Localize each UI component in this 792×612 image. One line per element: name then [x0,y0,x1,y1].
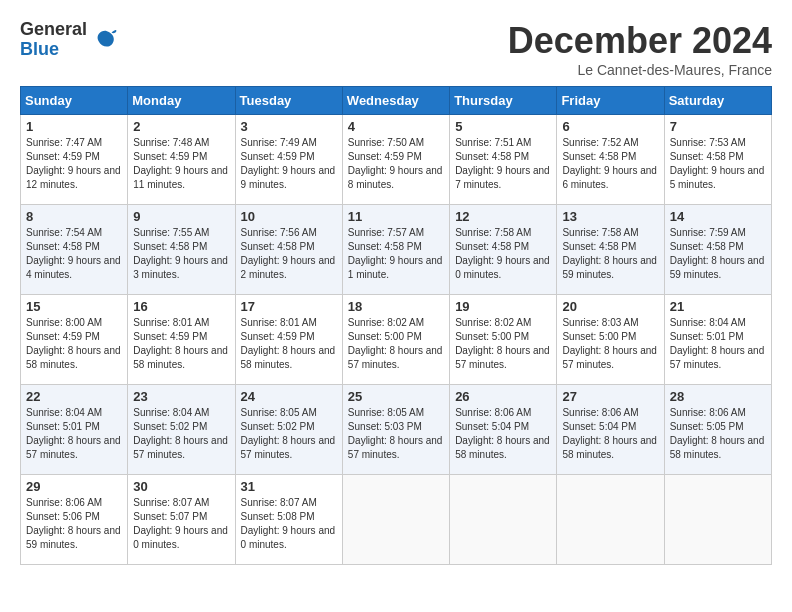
table-row: 10 Sunrise: 7:56 AM Sunset: 4:58 PM Dayl… [235,205,342,295]
table-row: 17 Sunrise: 8:01 AM Sunset: 4:59 PM Dayl… [235,295,342,385]
table-row: 11 Sunrise: 7:57 AM Sunset: 4:58 PM Dayl… [342,205,449,295]
day-info: Sunrise: 7:55 AM Sunset: 4:58 PM Dayligh… [133,226,229,282]
table-row [342,475,449,565]
table-row: 13 Sunrise: 7:58 AM Sunset: 4:58 PM Dayl… [557,205,664,295]
day-number: 22 [26,389,122,404]
day-number: 3 [241,119,337,134]
col-friday: Friday [557,87,664,115]
day-number: 29 [26,479,122,494]
day-info: Sunrise: 7:54 AM Sunset: 4:58 PM Dayligh… [26,226,122,282]
day-number: 17 [241,299,337,314]
day-number: 14 [670,209,766,224]
day-info: Sunrise: 7:58 AM Sunset: 4:58 PM Dayligh… [455,226,551,282]
logo-blue: Blue [20,40,87,60]
day-info: Sunrise: 8:07 AM Sunset: 5:07 PM Dayligh… [133,496,229,552]
table-row: 14 Sunrise: 7:59 AM Sunset: 4:58 PM Dayl… [664,205,771,295]
day-info: Sunrise: 8:06 AM Sunset: 5:04 PM Dayligh… [562,406,658,462]
day-info: Sunrise: 8:00 AM Sunset: 4:59 PM Dayligh… [26,316,122,372]
day-number: 12 [455,209,551,224]
day-number: 2 [133,119,229,134]
logo: General Blue [20,20,119,60]
table-row [664,475,771,565]
day-info: Sunrise: 8:02 AM Sunset: 5:00 PM Dayligh… [348,316,444,372]
table-row: 12 Sunrise: 7:58 AM Sunset: 4:58 PM Dayl… [450,205,557,295]
col-wednesday: Wednesday [342,87,449,115]
calendar-week-row: 1 Sunrise: 7:47 AM Sunset: 4:59 PM Dayli… [21,115,772,205]
table-row: 16 Sunrise: 8:01 AM Sunset: 4:59 PM Dayl… [128,295,235,385]
table-row [450,475,557,565]
table-row: 7 Sunrise: 7:53 AM Sunset: 4:58 PM Dayli… [664,115,771,205]
table-row [557,475,664,565]
day-info: Sunrise: 7:52 AM Sunset: 4:58 PM Dayligh… [562,136,658,192]
day-number: 9 [133,209,229,224]
col-saturday: Saturday [664,87,771,115]
calendar-header-row: Sunday Monday Tuesday Wednesday Thursday… [21,87,772,115]
day-info: Sunrise: 7:49 AM Sunset: 4:59 PM Dayligh… [241,136,337,192]
day-info: Sunrise: 8:04 AM Sunset: 5:02 PM Dayligh… [133,406,229,462]
day-number: 1 [26,119,122,134]
day-info: Sunrise: 8:06 AM Sunset: 5:06 PM Dayligh… [26,496,122,552]
day-number: 16 [133,299,229,314]
calendar-week-row: 29 Sunrise: 8:06 AM Sunset: 5:06 PM Dayl… [21,475,772,565]
table-row: 8 Sunrise: 7:54 AM Sunset: 4:58 PM Dayli… [21,205,128,295]
day-info: Sunrise: 8:06 AM Sunset: 5:04 PM Dayligh… [455,406,551,462]
day-number: 4 [348,119,444,134]
table-row: 2 Sunrise: 7:48 AM Sunset: 4:59 PM Dayli… [128,115,235,205]
table-row: 19 Sunrise: 8:02 AM Sunset: 5:00 PM Dayl… [450,295,557,385]
day-info: Sunrise: 7:56 AM Sunset: 4:58 PM Dayligh… [241,226,337,282]
day-number: 23 [133,389,229,404]
day-number: 15 [26,299,122,314]
day-number: 21 [670,299,766,314]
day-info: Sunrise: 8:05 AM Sunset: 5:03 PM Dayligh… [348,406,444,462]
calendar-table: Sunday Monday Tuesday Wednesday Thursday… [20,86,772,565]
day-number: 20 [562,299,658,314]
day-number: 6 [562,119,658,134]
day-info: Sunrise: 7:50 AM Sunset: 4:59 PM Dayligh… [348,136,444,192]
table-row: 18 Sunrise: 8:02 AM Sunset: 5:00 PM Dayl… [342,295,449,385]
logo-bird-icon [91,26,119,54]
day-info: Sunrise: 8:06 AM Sunset: 5:05 PM Dayligh… [670,406,766,462]
day-info: Sunrise: 7:57 AM Sunset: 4:58 PM Dayligh… [348,226,444,282]
day-number: 18 [348,299,444,314]
month-title: December 2024 [508,20,772,62]
table-row: 9 Sunrise: 7:55 AM Sunset: 4:58 PM Dayli… [128,205,235,295]
col-tuesday: Tuesday [235,87,342,115]
col-thursday: Thursday [450,87,557,115]
day-info: Sunrise: 8:04 AM Sunset: 5:01 PM Dayligh… [670,316,766,372]
day-number: 10 [241,209,337,224]
table-row: 23 Sunrise: 8:04 AM Sunset: 5:02 PM Dayl… [128,385,235,475]
day-info: Sunrise: 7:59 AM Sunset: 4:58 PM Dayligh… [670,226,766,282]
day-info: Sunrise: 8:01 AM Sunset: 4:59 PM Dayligh… [133,316,229,372]
day-number: 5 [455,119,551,134]
table-row: 24 Sunrise: 8:05 AM Sunset: 5:02 PM Dayl… [235,385,342,475]
day-number: 31 [241,479,337,494]
day-number: 13 [562,209,658,224]
table-row: 20 Sunrise: 8:03 AM Sunset: 5:00 PM Dayl… [557,295,664,385]
table-row: 25 Sunrise: 8:05 AM Sunset: 5:03 PM Dayl… [342,385,449,475]
table-row: 4 Sunrise: 7:50 AM Sunset: 4:59 PM Dayli… [342,115,449,205]
day-info: Sunrise: 7:51 AM Sunset: 4:58 PM Dayligh… [455,136,551,192]
day-info: Sunrise: 8:03 AM Sunset: 5:00 PM Dayligh… [562,316,658,372]
calendar-week-row: 8 Sunrise: 7:54 AM Sunset: 4:58 PM Dayli… [21,205,772,295]
day-info: Sunrise: 7:53 AM Sunset: 4:58 PM Dayligh… [670,136,766,192]
table-row: 30 Sunrise: 8:07 AM Sunset: 5:07 PM Dayl… [128,475,235,565]
table-row: 29 Sunrise: 8:06 AM Sunset: 5:06 PM Dayl… [21,475,128,565]
logo-general: General [20,20,87,40]
day-number: 11 [348,209,444,224]
table-row: 5 Sunrise: 7:51 AM Sunset: 4:58 PM Dayli… [450,115,557,205]
day-number: 30 [133,479,229,494]
day-number: 19 [455,299,551,314]
table-row: 15 Sunrise: 8:00 AM Sunset: 4:59 PM Dayl… [21,295,128,385]
day-number: 8 [26,209,122,224]
day-number: 25 [348,389,444,404]
table-row: 6 Sunrise: 7:52 AM Sunset: 4:58 PM Dayli… [557,115,664,205]
table-row: 31 Sunrise: 8:07 AM Sunset: 5:08 PM Dayl… [235,475,342,565]
table-row: 22 Sunrise: 8:04 AM Sunset: 5:01 PM Dayl… [21,385,128,475]
day-number: 24 [241,389,337,404]
day-number: 26 [455,389,551,404]
calendar-week-row: 22 Sunrise: 8:04 AM Sunset: 5:01 PM Dayl… [21,385,772,475]
day-number: 27 [562,389,658,404]
day-number: 7 [670,119,766,134]
day-info: Sunrise: 7:58 AM Sunset: 4:58 PM Dayligh… [562,226,658,282]
location: Le Cannet-des-Maures, France [508,62,772,78]
